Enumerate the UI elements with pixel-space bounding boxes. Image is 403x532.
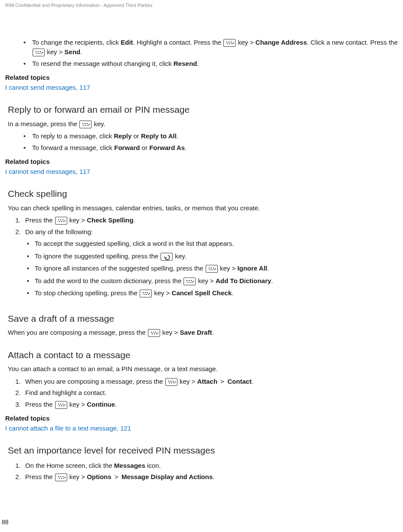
text: To change the recipients, click xyxy=(32,39,121,46)
text: . xyxy=(80,48,82,55)
bold-save-draft: Save Draft xyxy=(180,329,212,336)
intro-bullet-1: To change the recipients, click Edit. Hi… xyxy=(32,37,398,58)
menu-key-icon xyxy=(55,401,67,409)
text: . Highlight a contact. Press the xyxy=(133,39,223,46)
related-link-cannot-send[interactable]: I cannot send messages, 117 xyxy=(5,83,398,93)
text: or xyxy=(131,132,141,140)
page-number: 88 xyxy=(2,518,9,527)
related-topics-heading: Related topics xyxy=(5,73,398,83)
intro-bullet-list: To change the recipients, click Edit. Hi… xyxy=(5,37,398,70)
related-link-cannot-attach[interactable]: I cannot attach a file to a text message… xyxy=(5,424,398,434)
text: key > xyxy=(178,378,197,385)
menu-key-icon xyxy=(55,217,67,225)
spell-step-1: Press the key > Check Spelling. xyxy=(23,215,398,226)
bold-contact: Contact xyxy=(227,378,252,385)
importance-steps: On the Home screen, click the Messages i… xyxy=(5,460,398,483)
text: . xyxy=(185,144,187,151)
section-reply-forward: Reply to or forward an email or PIN mess… xyxy=(8,103,398,117)
intro-bullet-2: To resend the message without changing i… xyxy=(32,58,398,70)
bold-check-spelling: Check Spelling xyxy=(87,216,134,224)
text: . xyxy=(134,216,135,224)
bold-forward: Forward xyxy=(114,144,140,151)
text: . xyxy=(252,378,253,385)
text: key > xyxy=(45,48,65,55)
text: . xyxy=(197,60,199,67)
text: On the Home screen, click the xyxy=(25,462,114,469)
section-save-draft: Save a draft of a message xyxy=(8,312,398,326)
text: or xyxy=(140,144,149,151)
menu-key-icon xyxy=(33,49,45,56)
text: . xyxy=(115,401,117,408)
text: key > xyxy=(68,473,87,480)
text: To reply to a message, click xyxy=(32,132,114,140)
text: . xyxy=(271,277,273,284)
bold-attach: Attach xyxy=(197,378,217,385)
text: In a message, press the xyxy=(8,120,79,127)
text: To add the word to the custom dictionary… xyxy=(35,277,183,284)
text: Press the xyxy=(25,401,55,408)
text: key. xyxy=(92,120,105,127)
attach-steps: When you are composing a message, press … xyxy=(5,376,398,411)
spell-sub-3: To ignore all instances of the suggested… xyxy=(35,262,398,275)
bold-cancel-spell-check: Cancel Spell Check xyxy=(172,289,232,297)
attach-intro: You can attach a contact to an email, a … xyxy=(8,364,398,374)
text: To ignore all instances of the suggested… xyxy=(35,264,205,272)
text: key > xyxy=(236,39,256,46)
bold-continue: Continue xyxy=(87,401,115,408)
section-attach-contact: Attach a contact to a message xyxy=(8,348,398,362)
text: . xyxy=(232,289,233,297)
text: When you are composing a message, press … xyxy=(8,329,147,336)
text: . xyxy=(213,473,214,480)
bold-reply: Reply xyxy=(114,132,131,140)
attach-step-2: Find and highlight a contact. xyxy=(23,387,398,399)
text: To stop checking spelling, press the xyxy=(35,289,139,297)
text: . xyxy=(177,132,178,140)
bold-message-display-actions: Message Display and Actions xyxy=(121,473,213,480)
related-topics-heading: Related topics xyxy=(5,157,398,167)
text: key > xyxy=(218,264,238,272)
text: Press the xyxy=(25,473,55,480)
spell-intro: You can check spelling in messages, cale… xyxy=(8,203,398,213)
spell-sub-2: To ignore the suggested spelling, press … xyxy=(35,250,398,263)
reply-bullet-1: To reply to a message, click Reply or Re… xyxy=(32,131,398,142)
text: To ignore the suggested spelling, press … xyxy=(35,252,160,260)
text: key > xyxy=(68,401,87,408)
importance-step-1: On the Home screen, click the Messages i… xyxy=(23,460,398,472)
text: > xyxy=(219,378,226,385)
bold-forward-as: Forward As xyxy=(149,144,185,151)
bold-add-to-dictionary: Add To Dictionary xyxy=(216,277,271,284)
attach-step-1: When you are composing a message, press … xyxy=(23,376,398,388)
section-importance: Set an importance level for received PIN… xyxy=(8,444,398,457)
bold-send: Send xyxy=(65,48,81,55)
text: . xyxy=(212,329,214,336)
text: > xyxy=(113,473,120,480)
text: key > xyxy=(196,277,216,284)
bold-messages: Messages xyxy=(114,462,145,469)
menu-key-icon xyxy=(79,121,92,128)
bold-edit: Edit xyxy=(121,39,133,46)
text: key. xyxy=(173,252,187,260)
text: . xyxy=(267,264,269,272)
bold-resend: Resend xyxy=(174,60,197,67)
text: To forward a message, click xyxy=(32,144,114,151)
confidential-header: RIM Confidential and Proprietary Informa… xyxy=(5,0,398,35)
escape-key-icon xyxy=(161,253,173,261)
spell-steps: Press the key > Check Spelling. Do any o… xyxy=(5,215,398,301)
related-topics-heading: Related topics xyxy=(5,414,398,424)
reply-bullets: To reply to a message, click Reply or Re… xyxy=(5,131,398,153)
draft-body: When you are composing a message, press … xyxy=(8,328,398,338)
spell-sub-4: To add the word to the custom dictionary… xyxy=(35,275,398,287)
text: key > xyxy=(68,216,87,224)
importance-step-2: Press the key > Options > Message Displa… xyxy=(23,471,398,483)
attach-step-3: Press the key > Continue. xyxy=(23,399,398,411)
menu-key-icon xyxy=(140,290,152,297)
menu-key-icon xyxy=(223,39,236,47)
text: . Click a new contact. Press the xyxy=(307,39,397,46)
spell-sub-5: To stop checking spelling, press the key… xyxy=(35,287,398,300)
related-link-cannot-send[interactable]: I cannot send messages, 117 xyxy=(5,167,398,177)
spell-sub-1: To accept the suggested spelling, click … xyxy=(35,238,398,250)
text: key > xyxy=(152,289,172,297)
menu-key-icon xyxy=(148,329,160,337)
text: When you are composing a message, press … xyxy=(25,378,165,385)
bold-options: Options xyxy=(87,473,111,480)
